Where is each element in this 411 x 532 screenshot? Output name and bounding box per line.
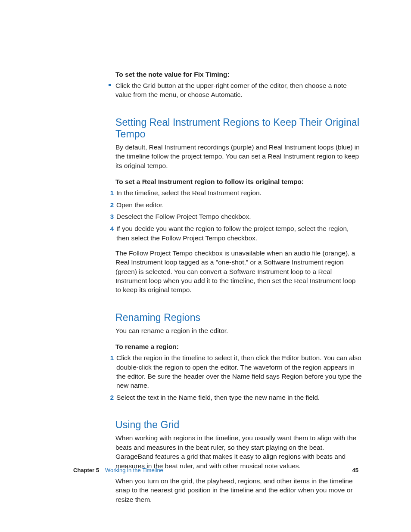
step-item: 1Click the region in the timeline to sel… bbox=[109, 353, 362, 390]
body-text: When you turn on the grid, the playhead,… bbox=[115, 476, 362, 504]
page: To set the note value for Fix Timing: Cl… bbox=[0, 0, 411, 532]
step-number: 1 bbox=[109, 353, 114, 363]
bullet-item: Click the Grid button at the upper-right… bbox=[109, 81, 362, 100]
body-text: Select the text in the Name field, then … bbox=[116, 393, 320, 402]
body-text: When working with regions in the timelin… bbox=[115, 433, 362, 470]
body-text: Deselect the Follow Project Tempo checkb… bbox=[116, 212, 251, 221]
body-text: The Follow Project Tempo checkbox is una… bbox=[115, 249, 362, 295]
bullet-icon bbox=[109, 84, 111, 86]
chapter-label: Chapter 5 bbox=[73, 467, 99, 473]
step-item: 1In the timeline, select the Real Instru… bbox=[109, 188, 362, 198]
step-number: 2 bbox=[109, 200, 114, 210]
page-footer: Chapter 5 Working in the Timeline 45 bbox=[73, 467, 366, 473]
body-text: By default, Real Instrument recordings (… bbox=[115, 143, 362, 170]
body-text: Open the editor. bbox=[116, 200, 164, 209]
body-text: Click the Grid button at the upper-right… bbox=[115, 81, 362, 100]
step-number: 2 bbox=[109, 393, 114, 402]
section-heading: Renaming Regions bbox=[115, 312, 362, 324]
body-text: Click the region in the timeline to sele… bbox=[116, 353, 362, 390]
step-item: 4If you decide you want the region to fo… bbox=[109, 224, 362, 243]
chapter-title: Working in the Timeline bbox=[105, 467, 163, 473]
step-number: 4 bbox=[109, 224, 114, 233]
step-item: 3Deselect the Follow Project Tempo check… bbox=[109, 212, 362, 221]
step-item: 2Open the editor. bbox=[109, 200, 362, 210]
section-heading: Setting Real Instrument Regions to Keep … bbox=[115, 117, 362, 140]
content-column: To set the note value for Fix Timing: Cl… bbox=[115, 71, 362, 504]
body-text: If you decide you want the region to fol… bbox=[116, 224, 362, 243]
task-heading: To rename a region: bbox=[115, 343, 362, 351]
step-item: 2Select the text in the Name field, then… bbox=[109, 393, 362, 402]
body-text: You can rename a region in the editor. bbox=[115, 326, 362, 335]
step-number: 3 bbox=[109, 212, 114, 221]
step-number: 1 bbox=[109, 188, 114, 198]
task-heading: To set a Real Instrument region to follo… bbox=[115, 178, 362, 186]
page-number: 45 bbox=[352, 467, 358, 473]
section-heading: Using the Grid bbox=[115, 419, 362, 431]
body-text: In the timeline, select the Real Instrum… bbox=[116, 188, 262, 197]
task-heading: To set the note value for Fix Timing: bbox=[115, 71, 362, 78]
